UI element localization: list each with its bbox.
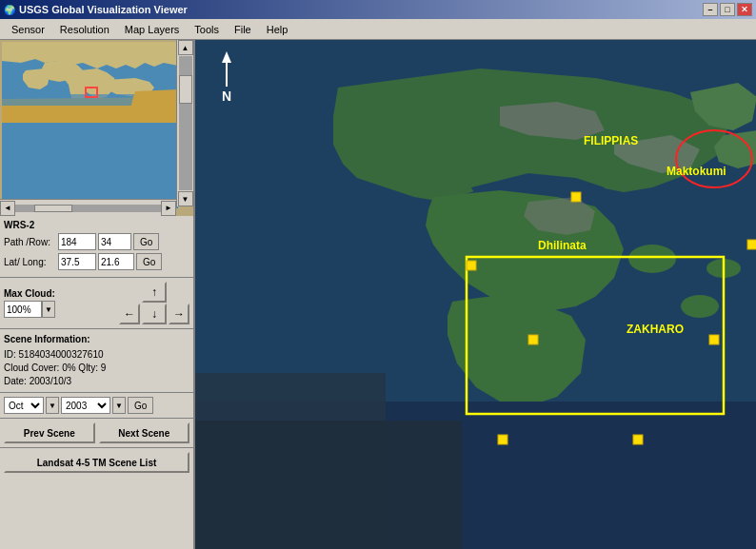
menu-bar: Sensor Resolution Map Layers Tools File … [0,19,756,40]
place-zakharo: ZAKHARO [627,323,684,336]
prev-scene-button[interactable]: Prev Scene [4,422,95,443]
place-filippias: FILIPPIAS [584,134,638,147]
close-button[interactable]: ✕ [737,3,752,16]
path-row-row: Path /Row: Go [4,233,189,250]
row-input[interactable] [98,233,131,250]
scene-list-button[interactable]: Landsat 4-5 TM Scene List [4,452,189,473]
menu-sensor[interactable]: Sensor [4,22,52,37]
menu-map-layers[interactable]: Map Layers [117,22,187,37]
lat-long-row: Lat/ Long: Go [4,253,189,270]
main-layout: ▲ ▼ ◄ ► WRS-2 Path /Row: [0,40,756,549]
minimize-button[interactable]: – [703,3,718,16]
svg-point-22 [628,245,676,273]
cloud-input-wrap: ▼ [4,301,55,318]
nav-up-button[interactable]: ↑ [142,282,167,303]
next-scene-button[interactable]: Next Scene [99,422,190,443]
menu-help[interactable]: Help [259,22,296,37]
mini-map-scrollbar-right[interactable]: ▲ ▼ [176,40,193,206]
svg-rect-35 [528,335,538,344]
menu-tools[interactable]: Tools [187,22,227,37]
lat-long-go-button[interactable]: Go [136,253,162,270]
month-select[interactable]: Oct [4,397,44,414]
scene-date: Date: 2003/10/3 [4,375,189,388]
wrs2-label: WRS-2 [4,220,56,230]
title-bar-controls: – □ ✕ [703,3,752,16]
north-arrow-head [222,51,231,63]
title-bar: 🌍 USGS Global Visualization Viewer – □ ✕ [0,0,756,19]
scene-info-title: Scene Information: [4,333,189,346]
scene-info: Scene Information: ID: 5184034000327610 … [0,329,193,393]
cloud-nav-section: Max Cloud: ▼ ↑ ← ↓ → [0,278,193,329]
north-arrow-shaft [226,63,228,87]
main-map-svg: ZAGORA FILIPPIAS Maktokumi SKIROS Dhilin… [195,40,756,549]
year-dropdown-arrow[interactable]: ▼ [112,397,126,414]
svg-rect-27 [195,421,462,549]
map-area[interactable]: ZAGORA FILIPPIAS Maktokumi SKIROS Dhilin… [195,40,756,549]
svg-point-23 [681,295,719,318]
scene-cloud: Cloud Cover: 0% Qlty: 9 [4,362,189,375]
place-dhilinata: Dhilinata [538,239,587,252]
cloud-controls: Max Cloud: ▼ [4,288,55,318]
path-go-button[interactable]: Go [133,233,159,250]
wrs2-row: WRS-2 [4,220,189,230]
wrs2-controls: WRS-2 Path /Row: Go Lat/ Long: Go [0,216,193,278]
svg-rect-37 [498,435,507,444]
max-cloud-label: Max Cloud: [4,288,55,299]
svg-rect-36 [709,335,719,344]
scene-nav: Prev Scene Next Scene [0,419,193,448]
date-controls: Oct ▼ 2003 ▼ Go [0,393,193,419]
place-maktokumi: Maktokumi [666,165,726,178]
cloud-dropdown-arrow[interactable]: ▼ [42,301,55,318]
scroll-track-v [179,56,192,190]
svg-rect-34 [467,261,476,270]
nav-arrows: ↑ ← ↓ → [119,282,189,324]
svg-rect-33 [571,192,581,202]
lat-input[interactable] [58,253,96,270]
menu-file[interactable]: File [227,22,259,37]
left-panel: ▲ ▼ ◄ ► WRS-2 Path /Row: [0,40,195,549]
scroll-up-arrow[interactable]: ▲ [178,40,193,55]
scroll-down-arrow[interactable]: ▼ [178,191,193,206]
mini-map-scrollbar-bottom[interactable]: ◄ ► [0,199,176,216]
year-select[interactable]: 2003 [61,397,110,414]
cloud-input[interactable] [4,301,42,318]
scroll-thumb-v[interactable] [179,75,192,104]
title-bar-left: 🌍 USGS Global Visualization Viewer [4,4,188,15]
north-arrow: N [222,51,231,104]
scene-id: ID: 5184034000327610 [4,348,189,362]
date-go-button[interactable]: Go [128,397,153,414]
lat-long-label: Lat/ Long: [4,257,56,267]
scroll-thumb-h[interactable] [34,205,72,212]
maximize-button[interactable]: □ [720,3,735,16]
svg-marker-13 [130,89,178,123]
window-title: USGS Global Visualization Viewer [19,4,188,15]
nav-left-button[interactable]: ← [119,304,140,324]
mini-map-svg [2,42,178,208]
month-dropdown-arrow[interactable]: ▼ [46,397,59,414]
app-icon: 🌍 [4,5,15,15]
scroll-left-arrow[interactable]: ◄ [0,201,15,216]
path-input[interactable] [58,233,96,250]
svg-rect-40 [747,240,756,249]
svg-rect-38 [633,435,643,444]
menu-resolution[interactable]: Resolution [52,22,117,37]
nav-down-button[interactable]: ↓ [142,304,167,324]
path-row-label: Path /Row: [4,237,56,247]
nav-middle-row: ← ↓ → [119,304,189,324]
svg-rect-0 [2,42,178,208]
nav-right-button[interactable]: → [169,304,189,324]
long-input[interactable] [98,253,134,270]
mini-map[interactable]: ▲ ▼ ◄ ► [0,40,193,216]
scroll-track-h [15,205,161,212]
scroll-right-arrow[interactable]: ► [161,201,176,216]
north-label: N [222,88,231,104]
